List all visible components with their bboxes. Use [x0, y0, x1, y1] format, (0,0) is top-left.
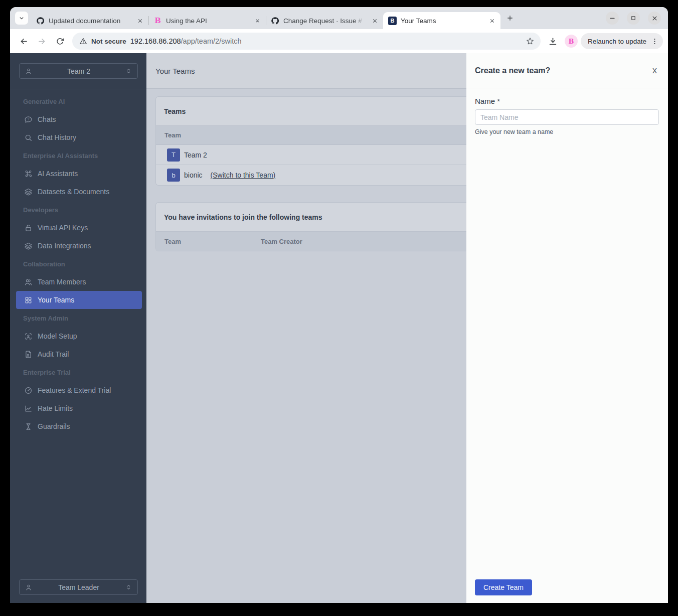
tab-close-icon[interactable]	[253, 16, 262, 25]
user-scan-icon	[24, 332, 33, 341]
tab-label: Using the API	[166, 17, 249, 25]
back-button[interactable]	[15, 33, 32, 50]
sidebar-item-data-integrations[interactable]: Data Integrations	[16, 237, 142, 255]
sidebar: Team 2 Generative AI Chats Chat History …	[10, 53, 146, 603]
new-tab-button[interactable]	[503, 12, 517, 25]
drawer-footer: Create Team	[475, 579, 532, 595]
sidebar-item-chats[interactable]: Chats	[16, 110, 142, 128]
tab-close-icon[interactable]	[370, 16, 379, 25]
document-icon	[24, 350, 33, 359]
person-icon	[25, 67, 33, 75]
tab-bar: Updated documentation B Using the API Ch…	[10, 7, 668, 29]
create-team-drawer: Create a new team? X Name * Give your ne…	[466, 53, 668, 603]
sidebar-item-label: Chats	[38, 115, 56, 123]
desktop-background: Updated documentation B Using the API Ch…	[0, 0, 678, 616]
tab-close-icon[interactable]	[487, 16, 496, 25]
sidebar-item-your-teams[interactable]: Your Teams	[16, 291, 142, 309]
close-button[interactable]	[648, 12, 661, 25]
url-bar[interactable]: Not secure 192.168.86.208/app/team/2/swi…	[72, 33, 541, 50]
guardrails-icon	[24, 422, 33, 431]
drawer-body: Name * Give your new team a name	[466, 88, 668, 135]
tab-change-request[interactable]: Change Request · Issue #	[266, 12, 383, 29]
forward-button[interactable]	[33, 33, 50, 50]
team-avatar: b	[167, 169, 180, 182]
team-avatar: T	[167, 148, 180, 162]
sidebar-item-label: Team Members	[38, 278, 86, 286]
tab-search-button[interactable]	[15, 12, 28, 25]
window-controls	[606, 12, 668, 25]
sidebar-nav: Generative AI Chats Chat History Enterpr…	[10, 89, 146, 435]
person-icon	[25, 583, 33, 591]
chevron-updown-icon	[125, 67, 132, 75]
tab-label: Change Request · Issue #	[283, 17, 366, 25]
gauge-icon	[24, 386, 33, 395]
sidebar-item-label: Guardrails	[38, 422, 70, 430]
team-name: bionic	[184, 171, 203, 179]
sidebar-item-model-setup[interactable]: Model Setup	[16, 327, 142, 345]
team-selector[interactable]: Team 2	[19, 63, 138, 79]
role-selector[interactable]: Team Leader	[19, 579, 138, 595]
tab-label: Updated documentation	[49, 17, 131, 25]
bionic-favicon-icon: B	[153, 17, 162, 25]
tab-your-teams[interactable]: B Your Teams	[383, 12, 500, 29]
chat-question-icon	[24, 115, 33, 124]
sidebar-item-label: Datasets & Documents	[38, 188, 109, 196]
downloads-button[interactable]	[545, 33, 562, 50]
sidebar-item-label: Features & Extend Trial	[38, 386, 111, 394]
sidebar-item-rate-limits[interactable]: Rate Limits	[16, 399, 142, 417]
not-secure-warning-icon	[79, 37, 87, 45]
invitations-card-title: You have invitations to join the followi…	[156, 203, 466, 232]
sidebar-item-team-members[interactable]: Team Members	[16, 273, 142, 291]
team-selector-label: Team 2	[33, 67, 125, 75]
switch-to-team-link[interactable]: (Switch to this Team)	[211, 171, 276, 179]
sidebar-item-label: Virtual API Keys	[38, 224, 88, 232]
tab-updated-documentation[interactable]: Updated documentation	[31, 12, 148, 29]
security-label[interactable]: Not secure	[91, 38, 126, 45]
role-selector-label: Team Leader	[33, 583, 125, 591]
tab-label: Your Teams	[401, 17, 483, 25]
nav-section-enterprise-ai-assistants: Enterprise AI Assistants	[16, 146, 142, 165]
drawer-close-button[interactable]: X	[652, 67, 657, 75]
extension-icon[interactable]: B	[565, 35, 578, 48]
drawer-title: Create a new team?	[475, 66, 550, 75]
sidebar-item-virtual-api-keys[interactable]: Virtual API Keys	[16, 219, 142, 237]
unlock-icon	[24, 224, 33, 232]
maximize-button[interactable]	[627, 12, 640, 25]
relaunch-to-update-button[interactable]: Relaunch to update	[581, 33, 663, 49]
relaunch-label: Relaunch to update	[588, 38, 646, 45]
grid-icon	[24, 296, 33, 304]
url-text[interactable]: 192.168.86.208/app/team/2/switch	[130, 37, 522, 45]
invitations-table-header: Team Team Creator	[156, 232, 466, 251]
sidebar-item-features-extend-trial[interactable]: Features & Extend Trial	[16, 381, 142, 399]
team-name: Team 2	[184, 151, 207, 159]
sidebar-item-label: Rate Limits	[38, 404, 73, 412]
sidebar-item-ai-assistants[interactable]: AI Assistants	[16, 165, 142, 183]
chevron-updown-icon	[125, 583, 132, 591]
sidebar-item-label: Your Teams	[38, 296, 74, 304]
teams-card-title: Teams	[156, 97, 466, 126]
browser-menu-icon[interactable]	[650, 37, 659, 46]
sidebar-item-label: Data Integrations	[38, 242, 91, 250]
tab-close-icon[interactable]	[135, 16, 144, 25]
sidebar-item-datasets-documents[interactable]: Datasets & Documents	[16, 183, 142, 201]
sidebar-item-chat-history[interactable]: Chat History	[16, 128, 142, 146]
nav-section-collaboration: Collaboration	[16, 255, 142, 273]
reload-button[interactable]	[51, 33, 68, 50]
app-favicon-icon: B	[388, 17, 397, 25]
create-team-button[interactable]: Create Team	[475, 579, 532, 595]
chart-line-icon	[24, 404, 33, 413]
sidebar-item-guardrails[interactable]: Guardrails	[16, 417, 142, 435]
search-icon	[24, 133, 33, 142]
users-icon	[24, 278, 33, 286]
teams-card: Teams Team T Team 2 b bionic (Switch to …	[155, 96, 466, 186]
minimize-button[interactable]	[606, 12, 619, 25]
team-name-input[interactable]	[475, 109, 659, 125]
nav-section-enterprise-trial: Enterprise Trial	[16, 363, 142, 381]
tab-using-the-api[interactable]: B Using the API	[148, 12, 266, 29]
table-row: b bionic (Switch to this Team)	[156, 165, 466, 185]
app-content: Team 2 Generative AI Chats Chat History …	[10, 53, 668, 603]
sidebar-item-audit-trail[interactable]: Audit Trail	[16, 345, 142, 363]
name-field-help: Give your new team a name	[475, 128, 659, 135]
nav-section-system-admin: System Admin	[16, 309, 142, 327]
bookmark-star-icon[interactable]	[526, 37, 535, 46]
